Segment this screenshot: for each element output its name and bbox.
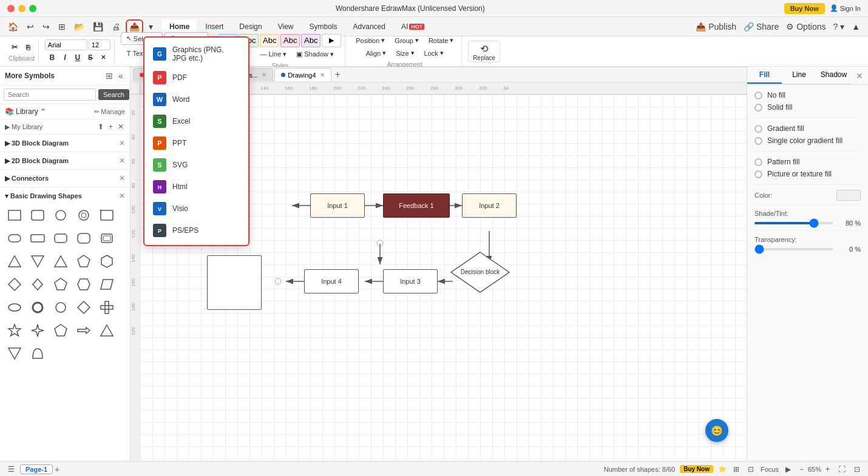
panel-close-btn[interactable]: ✕ bbox=[851, 69, 868, 83]
maximize-button[interactable] bbox=[29, 5, 36, 12]
bold-btn[interactable]: B bbox=[46, 52, 58, 64]
shape-circle[interactable] bbox=[50, 204, 72, 226]
export-item-svg[interactable]: S SVG bbox=[144, 154, 248, 176]
fill-option-none[interactable]: No fill bbox=[754, 91, 861, 99]
fill-option-pattern[interactable]: Pattern fill bbox=[754, 158, 861, 166]
manage-button[interactable]: ✏ Manage bbox=[94, 108, 125, 116]
shape-rect-wide[interactable] bbox=[27, 227, 49, 249]
fill-option-picture[interactable]: Picture or texture fill bbox=[754, 170, 861, 178]
export-item-word[interactable]: W Word bbox=[144, 89, 248, 110]
node-decision[interactable]: Decision block bbox=[450, 251, 510, 293]
style-more-btn[interactable]: ▶ bbox=[322, 34, 341, 47]
status-buy-now[interactable]: Buy Now bbox=[680, 465, 713, 473]
group-btn[interactable]: Group▾ bbox=[390, 35, 423, 46]
panel-tab-shadow[interactable]: Shadow bbox=[816, 67, 851, 84]
align-btn[interactable]: Align▾ bbox=[362, 47, 390, 59]
redo-btn[interactable]: ↪ bbox=[39, 20, 53, 33]
shape-triangle-right[interactable] bbox=[27, 250, 49, 272]
shape-rhombus[interactable] bbox=[73, 297, 95, 318]
shape-ring[interactable] bbox=[27, 297, 49, 318]
collapse-btn[interactable]: ▲ bbox=[849, 20, 863, 33]
panel-tab-line[interactable]: Line bbox=[782, 67, 816, 84]
node-empty[interactable] bbox=[207, 255, 262, 310]
shape-star5[interactable] bbox=[4, 320, 25, 341]
shape-diamond[interactable] bbox=[4, 273, 25, 295]
rotate-btn[interactable]: Rotate▾ bbox=[424, 35, 458, 46]
node-input3[interactable]: Input 3 bbox=[383, 269, 438, 293]
shape-halfcircle[interactable] bbox=[27, 343, 49, 364]
fill-option-single-gradient[interactable]: Single color gradient fill bbox=[754, 136, 861, 145]
shape-rect-rounded2[interactable] bbox=[4, 227, 25, 249]
node-input4[interactable]: Input 4 bbox=[304, 269, 359, 293]
style-shape-4[interactable]: Abc bbox=[280, 34, 300, 47]
undo-btn[interactable]: ↩ bbox=[24, 20, 37, 33]
export-btn[interactable]: 📤 bbox=[126, 19, 143, 34]
section-3d-header[interactable]: ▶ 3D Block Diagram ✕ bbox=[4, 137, 126, 149]
shape-pentagon[interactable] bbox=[73, 250, 95, 272]
zoom-in-btn[interactable]: + bbox=[824, 464, 832, 474]
section-connectors-close[interactable]: ✕ bbox=[119, 174, 125, 183]
panel-expand-left-btn[interactable]: ≫ bbox=[747, 91, 747, 113]
style-shape-3[interactable]: Abc bbox=[260, 34, 279, 47]
section-basic-header[interactable]: ▾ Basic Drawing Shapes ✕ bbox=[4, 190, 126, 202]
transparency-slider[interactable] bbox=[754, 248, 833, 250]
shape-parallelogram[interactable] bbox=[96, 273, 118, 295]
italic-btn[interactable]: I bbox=[59, 52, 71, 64]
export-item-pdf[interactable]: P PDF bbox=[144, 67, 248, 89]
shape-star4[interactable] bbox=[27, 320, 49, 341]
sidebar-collapse-btn[interactable]: « bbox=[117, 70, 125, 81]
shadow-btn[interactable]: ▣ Shadow ▾ bbox=[292, 49, 338, 60]
font-name-input[interactable] bbox=[45, 39, 87, 50]
section-2d-header[interactable]: ▶ 2D Block Diagram ✕ bbox=[4, 155, 126, 167]
menu-tab-insert[interactable]: Insert bbox=[198, 19, 231, 34]
close-lib-btn[interactable]: ✕ bbox=[117, 122, 125, 132]
shape-cross[interactable] bbox=[96, 297, 118, 318]
export-item-ppt[interactable]: P PPT bbox=[144, 132, 248, 154]
font-size-input[interactable] bbox=[89, 39, 110, 50]
sidebar-expand-btn[interactable]: ⊞ bbox=[104, 70, 115, 81]
home-icon-btn[interactable]: 🏠 bbox=[5, 20, 21, 33]
lock-btn[interactable]: Lock▾ bbox=[420, 47, 448, 59]
section-2d-close[interactable]: ✕ bbox=[119, 156, 125, 165]
position-btn[interactable]: Position▾ bbox=[351, 35, 389, 46]
buy-now-button[interactable]: Buy Now bbox=[784, 3, 825, 14]
zoom-out-btn[interactable]: − bbox=[798, 464, 805, 474]
shape-rect-rounded3[interactable] bbox=[50, 227, 72, 249]
shape-circle-outline[interactable] bbox=[73, 204, 95, 226]
shape-triangle[interactable] bbox=[4, 250, 25, 272]
save-btn[interactable]: 💾 bbox=[90, 20, 106, 33]
shape-circle2[interactable] bbox=[50, 297, 72, 318]
shape-pentagon3[interactable] bbox=[50, 320, 72, 341]
menu-tab-ai[interactable]: AI HOT bbox=[394, 19, 432, 34]
minimize-button[interactable] bbox=[18, 5, 25, 12]
size-btn[interactable]: Size▾ bbox=[392, 47, 418, 59]
search-button[interactable]: Search bbox=[98, 89, 129, 100]
expand-btn[interactable]: ⊡ bbox=[852, 464, 862, 474]
section-basic-close[interactable]: ✕ bbox=[119, 192, 125, 200]
shape-triangle3[interactable] bbox=[96, 320, 118, 341]
export-item-excel[interactable]: S Excel bbox=[144, 110, 248, 132]
play-btn[interactable]: ▶ bbox=[784, 464, 793, 474]
menu-tab-view[interactable]: View bbox=[271, 19, 301, 34]
line-btn[interactable]: — Line ▾ bbox=[256, 49, 291, 60]
replace-shape-btn[interactable]: ⟲ Replace bbox=[468, 41, 500, 62]
open-btn[interactable]: 📂 bbox=[71, 20, 87, 33]
node-input1[interactable]: Input 1 bbox=[310, 193, 365, 218]
cut-btn[interactable]: ✂ bbox=[8, 41, 21, 53]
shape-rect-corner[interactable] bbox=[96, 204, 118, 226]
shape-hexagon2[interactable] bbox=[73, 273, 95, 295]
sign-in-button[interactable]: 👤 Sign In bbox=[830, 4, 861, 12]
share-btn[interactable]: 🔗 Share bbox=[741, 20, 782, 33]
fill-option-gradient[interactable]: Gradient fill bbox=[754, 124, 861, 133]
options-btn[interactable]: ⚙ Options bbox=[783, 20, 829, 33]
style-shape-5[interactable]: Abc bbox=[301, 34, 320, 47]
panel-tab-fill[interactable]: Fill bbox=[747, 67, 782, 84]
shape-rect-rounded-soft[interactable] bbox=[27, 204, 49, 226]
export-item-visio[interactable]: V Visio bbox=[144, 198, 248, 220]
search-input[interactable] bbox=[4, 89, 96, 101]
menu-tab-advanced[interactable]: Advanced bbox=[346, 19, 393, 34]
export-item-html[interactable]: H Html bbox=[144, 176, 248, 198]
print-btn[interactable]: 🖨 bbox=[109, 20, 123, 33]
node-feedback1[interactable]: Feedback 1 bbox=[383, 193, 450, 218]
chat-button[interactable]: 😊 bbox=[705, 419, 728, 442]
